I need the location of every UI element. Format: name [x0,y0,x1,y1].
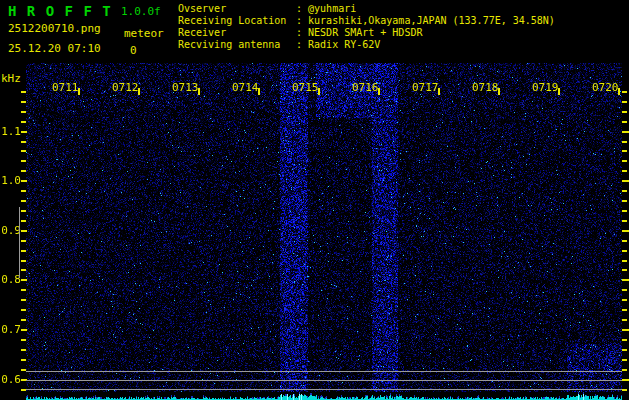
freq-minor-tick [21,349,26,351]
info-row: Ovserver: @yuhmari [178,3,555,15]
time-tick-label: 0713 [172,81,200,94]
freq-major-tick-right [622,379,629,381]
freq-minor-tick [21,289,26,291]
freq-minor-tick-right [622,309,627,311]
time-tick [318,88,320,95]
time-tick-label: 0719 [532,81,560,94]
time-tick [258,88,260,95]
output-filename: 2512200710.png [8,22,101,35]
marker-line-lower [26,389,622,390]
freq-minor-tick [21,150,26,152]
info-row: Receiver: NESDR SMArt + HDSDR [178,27,555,39]
hrofft-window: H R O F F T 1.0.0f 2512200710.png meteor… [0,0,629,400]
freq-unit-label: kHz [1,72,21,85]
freq-minor-tick-right [622,319,627,321]
freq-minor-tick-right [622,260,627,262]
freq-major-tick-right [622,131,629,133]
time-tick-label: 0714 [232,81,260,94]
freq-minor-tick-right [622,369,627,371]
info-separator: : [296,27,308,38]
freq-minor-tick [21,240,26,242]
freq-major-tick [21,230,27,232]
freq-minor-tick-right [622,91,627,93]
freq-major-tick-right [622,180,629,182]
freq-minor-tick-right [622,269,627,271]
freq-minor-tick-right [622,210,627,212]
time-tick [558,88,560,95]
freq-minor-tick [21,269,26,271]
info-label: Recviving antenna [178,39,296,51]
freq-minor-tick-right [622,190,627,192]
info-label: Ovserver [178,3,296,15]
time-tick-label: 0720 [592,81,620,94]
freq-minor-tick-right [622,349,627,351]
time-tick-label: 0717 [412,81,440,94]
freq-minor-tick [21,319,26,321]
freq-minor-tick-right [622,389,627,391]
info-separator: : [296,15,308,26]
freq-major-tick-right [622,230,629,232]
info-separator: : [296,39,308,50]
time-tick-label: 0715 [292,81,320,94]
freq-minor-tick-right [622,200,627,202]
info-label: Receiving Location [178,15,296,27]
info-row: Receiving Location: kurashiki,Okayama,JA… [178,15,555,27]
freq-minor-tick [21,299,26,301]
freq-minor-tick [21,250,26,252]
freq-minor-tick [21,91,26,93]
freq-minor-tick-right [622,141,627,143]
info-label: Receiver [178,27,296,39]
freq-minor-tick [21,359,26,361]
freq-minor-tick-right [622,240,627,242]
freq-major-tick [21,329,27,331]
info-value: NESDR SMArt + HDSDR [308,27,422,38]
observer-info: Ovserver: @yuhmariReceiving Location: ku… [178,3,555,51]
freq-minor-tick [21,160,26,162]
app-title: H R O F F T [8,3,112,19]
time-tick [198,88,200,95]
meteor-count: 0 [130,44,137,57]
freq-minor-tick-right [622,250,627,252]
timestamp: 25.12.20 07:10 [8,42,101,55]
freq-minor-tick [21,200,26,202]
freq-tick-label: 1.0 [0,174,21,187]
spectrogram-canvas [26,63,622,400]
info-row: Recviving antenna: Radix RY-62V [178,39,555,51]
time-tick [618,88,620,95]
freq-major-tick [21,279,27,281]
time-tick [438,88,440,95]
freq-tick-label: 1.1 [0,125,21,138]
freq-minor-tick [21,260,26,262]
app-version: 1.0.0f [121,5,161,18]
info-separator: : [296,3,308,14]
freq-minor-tick [21,170,26,172]
freq-minor-tick-right [622,101,627,103]
freq-minor-tick-right [622,160,627,162]
info-value: Radix RY-62V [308,39,380,50]
freq-minor-tick [21,121,26,123]
freq-major-tick [21,131,27,133]
time-tick-label: 0718 [472,81,500,94]
marker-line-upper [26,371,622,372]
freq-minor-tick-right [622,121,627,123]
freq-minor-tick-right [622,299,627,301]
freq-tick-label: 0.8 [0,273,21,286]
freq-minor-tick [21,190,26,192]
time-tick [138,88,140,95]
meteor-label: meteor [124,27,164,40]
freq-minor-tick [21,339,26,341]
freq-minor-tick-right [622,289,627,291]
info-value: kurashiki,Okayama,JAPAN (133.77E, 34.58N… [308,15,555,26]
freq-minor-tick [21,111,26,113]
time-tick-label: 0716 [352,81,380,94]
time-tick [78,88,80,95]
time-tick [498,88,500,95]
freq-minor-tick-right [622,170,627,172]
info-value: @yuhmari [308,3,356,14]
freq-minor-tick [21,210,26,212]
freq-major-tick-right [622,329,629,331]
freq-minor-tick-right [622,150,627,152]
freq-minor-tick [21,101,26,103]
marker-line-center [26,380,622,381]
freq-minor-tick [21,309,26,311]
